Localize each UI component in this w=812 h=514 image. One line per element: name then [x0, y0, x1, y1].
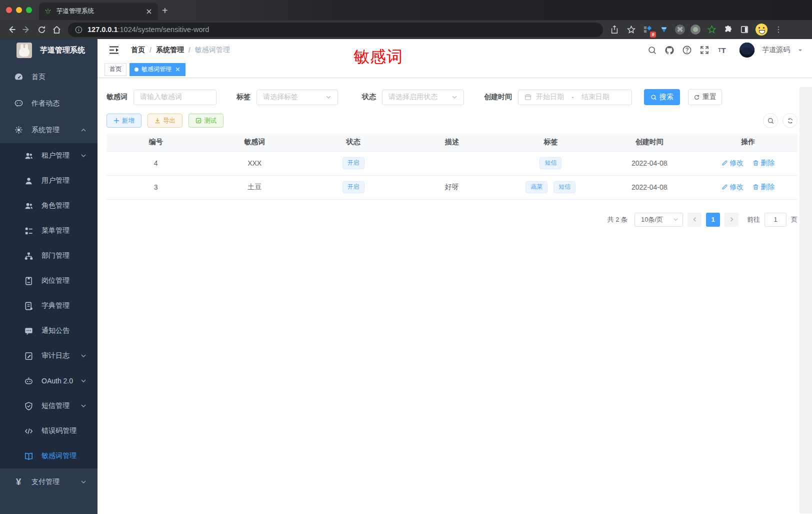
tag-assistant-extension-icon[interactable]: 9: [642, 24, 653, 35]
sidebar-item-sensitive-word[interactable]: 敏感词管理: [0, 443, 98, 468]
sidebar-item-user[interactable]: 用户管理: [0, 168, 98, 193]
home-button[interactable]: [49, 25, 64, 35]
sidebar-item-system[interactable]: 系统管理: [0, 117, 98, 143]
bookmark-star-icon[interactable]: [626, 24, 636, 35]
total-count: 共 2 条: [608, 215, 628, 224]
search-icon[interactable]: [647, 45, 657, 55]
user-avatar[interactable]: [740, 43, 754, 58]
status-select[interactable]: 请选择启用状态: [382, 90, 464, 105]
edit-button[interactable]: 修改: [722, 183, 744, 192]
app-logo: [16, 43, 32, 58]
zoom-window-button[interactable]: [26, 7, 32, 13]
sidebar-item-author-news[interactable]: 作者动态: [0, 90, 98, 117]
goto-page-input[interactable]: [764, 213, 786, 227]
minimize-window-button[interactable]: [16, 7, 22, 13]
chevron-up-icon: [80, 127, 86, 133]
goto-label: 前往: [747, 215, 760, 224]
github-icon[interactable]: [664, 45, 674, 55]
sidebar-item-home[interactable]: 首页: [0, 64, 98, 90]
help-icon[interactable]: [682, 45, 692, 55]
browser-tab[interactable]: 芋道管理系统: [39, 3, 158, 20]
sidebar-item-errcode[interactable]: 错误码管理: [0, 418, 98, 443]
sidebar-item-tenant[interactable]: 租户管理: [0, 143, 98, 168]
new-tab-button[interactable]: +: [162, 4, 168, 17]
table-row: 3 土豆 开启 好呀 蔬菜 短信 2022-04-08 修改: [106, 175, 798, 199]
breadcrumb: 首页 / 系统管理 / 敏感词管理: [131, 46, 230, 55]
fullscreen-icon[interactable]: [700, 45, 710, 55]
table-row: 4 XXX 开启 短信 2022-04-08 修改: [106, 151, 798, 175]
tag-select[interactable]: 请选择标签: [256, 90, 338, 105]
tab-favicon-icon: [44, 8, 52, 16]
navbar-actions: TT 芋道源码: [647, 43, 803, 58]
chat-icon: [14, 99, 24, 109]
close-icon[interactable]: [175, 67, 180, 72]
next-page-button[interactable]: [724, 213, 738, 227]
chevron-down-icon: [80, 378, 86, 384]
table-search-toggle-icon[interactable]: [763, 113, 778, 128]
forward-button[interactable]: [19, 25, 34, 35]
sidebar-logo-row[interactable]: 芋道管理系统: [0, 39, 98, 61]
export-button[interactable]: 导出: [148, 114, 182, 128]
tag-home[interactable]: 首页: [104, 63, 126, 76]
page-unit-label: 页: [791, 215, 798, 224]
profile-avatar[interactable]: [756, 24, 768, 36]
green-star-extension-icon[interactable]: [706, 24, 717, 35]
calendar-icon: [524, 94, 532, 101]
current-page-button[interactable]: 1: [706, 213, 720, 227]
user-caret-icon[interactable]: [798, 48, 803, 53]
sidebar-item-role[interactable]: 角色管理: [0, 193, 98, 218]
reset-button[interactable]: 重置: [688, 89, 722, 105]
breadcrumb-home[interactable]: 首页: [131, 46, 145, 55]
search-button[interactable]: 搜索: [644, 89, 680, 105]
sidebar-item-dict[interactable]: 字典管理: [0, 293, 98, 318]
status-badge[interactable]: 开启: [342, 181, 364, 193]
share-icon[interactable]: [609, 24, 620, 35]
close-window-button[interactable]: [6, 7, 12, 13]
window-controls[interactable]: [6, 7, 32, 13]
status-badge[interactable]: 开启: [342, 157, 364, 169]
sidebar-item-oauth[interactable]: OAuth 2.0: [0, 368, 98, 393]
sidebar-item-menu[interactable]: 菜单管理: [0, 218, 98, 243]
url-path: :1024/system/sensitive-word: [118, 26, 209, 34]
sidebar-item-sms[interactable]: 短信管理: [0, 393, 98, 418]
split-view-extension-icon[interactable]: [739, 24, 750, 35]
extensions-puzzle-icon[interactable]: [722, 24, 734, 35]
command-extension-icon[interactable]: ⌘: [675, 25, 685, 35]
test-button[interactable]: 测试: [188, 114, 224, 128]
sidebar-item-post[interactable]: 岗位管理: [0, 268, 98, 293]
roles-icon: [24, 201, 34, 211]
reload-button[interactable]: [34, 25, 49, 35]
tag-sensitive-word[interactable]: 敏感词管理: [130, 63, 186, 76]
keyword-input[interactable]: 请输入敏感词: [134, 90, 216, 105]
url-bar[interactable]: 127.0.0.1:1024/system/sensitive-word: [68, 23, 603, 37]
chrome-menu-icon[interactable]: ⋮: [773, 24, 784, 35]
yen-icon: ¥: [14, 477, 24, 487]
recorder-extension-icon[interactable]: [690, 25, 700, 35]
date-range-picker[interactable]: 开始日期 - 结束日期: [518, 90, 632, 105]
id-badge-icon: [24, 276, 34, 286]
menu-tree-icon: [24, 226, 34, 236]
site-info-icon[interactable]: [75, 26, 82, 34]
chevron-down-icon: [326, 94, 332, 100]
col-id: 编号: [106, 134, 205, 151]
add-button[interactable]: 新增: [106, 114, 142, 128]
filter-form: 敏感词 请输入敏感词 标签 请选择标签 状态 请选择启用状态 创建时间 开始日期: [106, 89, 798, 105]
page-size-select[interactable]: 10条/页: [634, 213, 683, 227]
table-refresh-icon[interactable]: [782, 113, 798, 128]
delete-button[interactable]: 删除: [752, 159, 774, 168]
breadcrumb-system[interactable]: 系统管理: [156, 46, 184, 55]
sidebar-item-audit-log[interactable]: 审计日志: [0, 343, 98, 368]
tab-close-icon[interactable]: [145, 8, 153, 16]
devtools-gem-extension-icon[interactable]: [658, 24, 670, 35]
edit-button[interactable]: 修改: [722, 159, 744, 168]
font-size-icon[interactable]: TT: [717, 45, 727, 55]
user-name[interactable]: 芋道源码: [762, 46, 790, 55]
delete-button[interactable]: 删除: [752, 183, 774, 192]
sidebar-item-pay[interactable]: ¥ 支付管理: [0, 468, 98, 495]
col-desc: 描述: [402, 134, 501, 151]
sidebar-item-dept[interactable]: 部门管理: [0, 243, 98, 268]
prev-page-button[interactable]: [688, 213, 702, 227]
sidebar-item-notice[interactable]: 通知公告: [0, 318, 98, 343]
back-button[interactable]: [4, 25, 19, 35]
collapse-sidebar-icon[interactable]: [109, 46, 119, 55]
